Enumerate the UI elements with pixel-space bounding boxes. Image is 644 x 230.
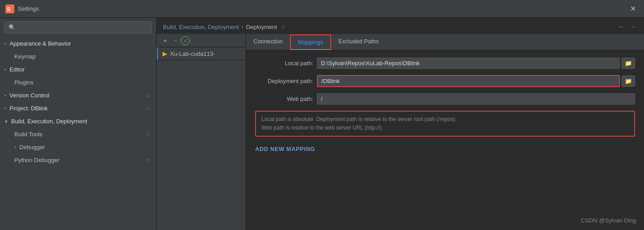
tab-mappings-content: Local path: 📁 Deployment path:	[246, 50, 644, 230]
check-server-button[interactable]: ✓	[181, 36, 190, 45]
local-path-label: Local path:	[255, 60, 313, 67]
chevron-right-icon: ›	[14, 145, 16, 150]
search-icon: 🔍	[9, 24, 16, 31]
tab-excluded-paths[interactable]: Excluded Paths	[331, 34, 386, 50]
chevron-right-icon: ›	[4, 106, 6, 111]
sidebar-item-label: Python Debugger	[14, 157, 60, 163]
breadcrumb-current: Deployment	[246, 24, 277, 30]
add-mapping-button[interactable]: ADD NEW MAPPING	[255, 143, 315, 155]
sidebar-item-label: Project: DBlink	[9, 105, 47, 112]
server-name: Xu-Lab-cuda113-	[170, 50, 215, 57]
web-path-label: Web path:	[255, 96, 313, 102]
breadcrumb-bar: Build, Execution, Deployment › Deploymen…	[157, 18, 644, 34]
breadcrumb-separator: ›	[242, 24, 243, 30]
right-panel: Build, Execution, Deployment › Deploymen…	[157, 18, 644, 230]
info-box: Local path is absolute. Deployment path …	[255, 111, 635, 137]
sidebar-item-label: Plugins	[14, 79, 34, 86]
sidebar-item-label: Version Control	[9, 92, 49, 99]
sidebar-item-label: Build, Execution, Deployment	[11, 118, 87, 125]
tab-connection[interactable]: Connection	[246, 34, 290, 50]
server-list-panel: + − ✓ ▶ Xu-Lab-cuda113-	[157, 34, 246, 230]
badge-icon: □	[146, 93, 149, 98]
sidebar-item-label: Keymap	[14, 53, 36, 60]
chevron-down-icon: ∨	[4, 119, 8, 124]
chevron-right-icon: ›	[4, 67, 6, 72]
breadcrumb: Build, Execution, Deployment › Deploymen…	[163, 24, 285, 30]
server-icon: ▶	[162, 50, 167, 57]
chevron-right-icon: ›	[4, 41, 6, 46]
search-input[interactable]	[18, 24, 148, 31]
deployment-path-row: Deployment path: 📁	[255, 75, 635, 87]
back-button[interactable]: ←	[616, 22, 626, 31]
deployment-path-input-wrap: 📁	[317, 75, 635, 87]
badge-icon: □	[146, 106, 149, 111]
search-box[interactable]: 🔍	[4, 21, 152, 33]
window-title: Settings	[18, 5, 627, 12]
local-path-input[interactable]	[317, 58, 620, 69]
sidebar-item-label: Editor	[9, 66, 25, 73]
content-area: + − ✓ ▶ Xu-Lab-cuda113- Connection Mappi…	[157, 34, 644, 230]
sidebar: 🔍 › Appearance & Behavior Keymap › Edito…	[0, 18, 157, 230]
sidebar-item-label: Build Tools	[14, 131, 43, 138]
svg-text:S: S	[7, 6, 11, 13]
badge-icon: □	[146, 132, 149, 137]
forward-button[interactable]: →	[628, 22, 638, 31]
web-path-row: Web path:	[255, 93, 635, 105]
close-button[interactable]: ✕	[627, 4, 639, 14]
sidebar-item-build-exec[interactable]: ∨ Build, Execution, Deployment	[0, 115, 156, 128]
breadcrumb-badge-icon: □	[281, 24, 285, 29]
sidebar-item-appearance[interactable]: › Appearance & Behavior	[0, 37, 156, 50]
local-path-input-wrap: 📁	[317, 58, 635, 69]
sidebar-item-keymap[interactable]: Keymap	[0, 50, 156, 63]
toolbar: + − ✓	[157, 34, 246, 47]
server-list-item[interactable]: ▶ Xu-Lab-cuda113-	[157, 47, 246, 60]
title-bar: S Settings ✕	[0, 0, 644, 18]
web-path-input-wrap	[317, 93, 635, 105]
sidebar-item-debugger[interactable]: › Debugger	[0, 141, 156, 154]
badge-icon: □	[146, 158, 149, 163]
web-path-input[interactable]	[317, 93, 635, 105]
remove-server-button[interactable]: −	[171, 36, 179, 45]
nav-buttons: ← →	[616, 22, 638, 31]
sidebar-item-version-control[interactable]: › Version Control □	[0, 89, 156, 102]
sidebar-item-project[interactable]: › Project: DBlink □	[0, 102, 156, 115]
sidebar-item-plugins[interactable]: Plugins	[0, 76, 156, 89]
chevron-down-icon: ›	[4, 93, 6, 98]
tabs-panel: Connection Mappings Excluded Paths Local…	[246, 34, 644, 230]
deployment-path-input[interactable]	[317, 75, 620, 87]
deployment-path-folder-button[interactable]: 📁	[622, 75, 635, 87]
sidebar-item-label: Debugger	[19, 144, 45, 151]
tabs-bar: Connection Mappings Excluded Paths	[246, 34, 644, 50]
deployment-path-label: Deployment path:	[255, 78, 313, 84]
local-path-folder-button[interactable]: 📁	[622, 58, 635, 69]
app-logo: S	[5, 4, 14, 13]
sidebar-item-python-debugger[interactable]: Python Debugger □	[0, 154, 156, 167]
breadcrumb-parent[interactable]: Build, Execution, Deployment	[163, 24, 239, 30]
sidebar-item-build-tools[interactable]: Build Tools □	[0, 128, 156, 141]
sidebar-item-label: Appearance & Behavior	[9, 40, 71, 47]
add-server-button[interactable]: +	[161, 36, 169, 45]
info-line2: Web path is relative to the web server U…	[261, 124, 629, 132]
sidebar-item-editor[interactable]: › Editor	[0, 63, 156, 76]
info-line1: Local path is absolute. Deployment path …	[261, 115, 629, 124]
watermark: CSDN @Sylvan Ding	[581, 217, 636, 224]
tab-mappings[interactable]: Mappings	[290, 34, 331, 50]
main-layout: 🔍 › Appearance & Behavior Keymap › Edito…	[0, 18, 644, 230]
local-path-row: Local path: 📁	[255, 58, 635, 69]
